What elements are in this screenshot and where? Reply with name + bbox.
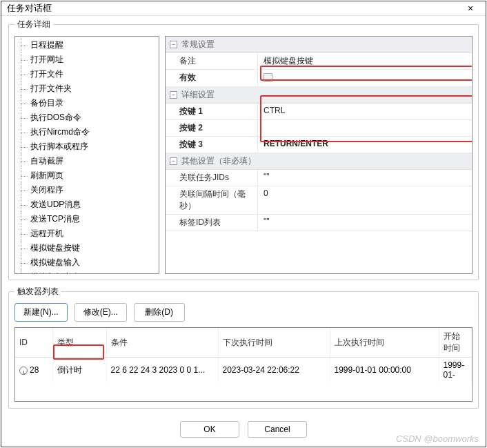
cell-cond: 22 6 22 24 3 2023 0 0 1... — [106, 358, 218, 383]
section-label: 详细设置 — [181, 89, 215, 101]
delete-trigger-button[interactable]: 删除(D) — [134, 303, 185, 322]
prop-label: 有效 — [166, 70, 258, 86]
col-start[interactable]: 开始时间 — [439, 328, 472, 358]
tree-item[interactable]: 打开文件 — [15, 67, 159, 81]
prop-row-jids[interactable]: 关联任务JIDs "" — [166, 170, 472, 186]
section-other[interactable]: − 其他设置（非必填） — [166, 153, 472, 170]
prop-label: 关联任务JIDs — [166, 170, 258, 186]
col-cond[interactable]: 条件 — [106, 328, 218, 358]
cell-last: 1999-01-01 00:00:00 — [330, 358, 439, 383]
tree-item[interactable]: 自动截屏 — [15, 154, 159, 168]
tree-item[interactable]: 打开网址 — [15, 52, 159, 67]
clock-icon — [19, 367, 28, 375]
cell-next: 2023-03-24 22:06:22 — [218, 358, 330, 383]
prop-label: 按键 2 — [166, 120, 258, 136]
tree-item[interactable]: 打开文件夹 — [15, 81, 159, 96]
prop-value[interactable]: 0 — [258, 186, 472, 214]
col-id[interactable]: ID — [15, 328, 52, 358]
prop-row-key3[interactable]: 按键 3 RETURN/ENTER — [166, 137, 472, 153]
checkbox-icon[interactable] — [264, 73, 272, 82]
col-next[interactable]: 下次执行时间 — [218, 328, 330, 358]
trigger-table[interactable]: ID 类型 条件 下次执行时间 上次执行时间 开始时间 28 倒计时 22 6 — [14, 327, 473, 402]
prop-value[interactable]: 模拟键盘按键 — [258, 53, 472, 69]
trigger-legend: 触发器列表 — [14, 286, 61, 298]
section-label: 其他设置（非必填） — [181, 155, 256, 167]
tree-item[interactable]: 模拟鼠标点击 — [15, 270, 159, 274]
section-label: 常规设置 — [181, 39, 215, 50]
task-detail-legend: 任务详细 — [14, 19, 53, 30]
trigger-header-row: ID 类型 条件 下次执行时间 上次执行时间 开始时间 — [15, 328, 472, 358]
tree-item[interactable]: 模拟键盘按键 — [15, 241, 159, 255]
cell-type: 倒计时 — [52, 358, 106, 383]
toggle-icon[interactable]: − — [170, 157, 177, 165]
prop-value[interactable]: RETURN/ENTER — [258, 137, 472, 153]
prop-value[interactable]: "" — [258, 215, 472, 231]
dialog-content: 任务详细 日程提醒 打开网址 打开文件 打开文件夹 备份目录 执行DOS命令 执… — [1, 16, 486, 448]
task-detail-group: 任务详细 日程提醒 打开网址 打开文件 打开文件夹 备份目录 执行DOS命令 执… — [8, 19, 479, 280]
tree-item[interactable]: 备份目录 — [15, 96, 159, 110]
trigger-group: 触发器列表 新建(N)... 修改(E)... 删除(D) ID 类型 条件 下… — [8, 286, 479, 409]
dialog-title: 任务对话框 — [7, 2, 461, 14]
tree-item[interactable]: 日程提醒 — [15, 38, 159, 52]
prop-row-valid[interactable]: 有效 — [166, 70, 472, 87]
close-icon[interactable]: × — [461, 1, 480, 15]
tree-item[interactable]: 执行DOS命令 — [15, 110, 159, 125]
prop-value[interactable]: "" — [258, 170, 472, 186]
prop-label: 关联间隔时间（毫秒） — [166, 186, 258, 214]
tree-item[interactable]: 关闭程序 — [15, 183, 159, 197]
prop-label: 标签ID列表 — [166, 215, 258, 231]
task-type-tree[interactable]: 日程提醒 打开网址 打开文件 打开文件夹 备份目录 执行DOS命令 执行Nirc… — [14, 36, 159, 274]
prop-row-key2[interactable]: 按键 2 — [166, 120, 472, 137]
title-bar: 任务对话框 × — [1, 1, 486, 16]
tree-item[interactable]: 发送UDP消息 — [15, 197, 159, 212]
prop-label: 备注 — [166, 53, 258, 69]
tree-item[interactable]: 模拟键盘输入 — [15, 255, 159, 270]
prop-row-labelids[interactable]: 标签ID列表 "" — [166, 215, 472, 231]
cancel-button[interactable]: Cancel — [248, 421, 307, 438]
section-detail[interactable]: − 详细设置 — [166, 87, 472, 104]
dialog-window: 任务对话框 × 任务详细 日程提醒 打开网址 打开文件 打开文件夹 备份目录 执… — [1, 1, 486, 447]
cell-id: 28 — [15, 358, 52, 383]
prop-row-key1[interactable]: 按键 1 CTRL — [166, 104, 472, 120]
col-last[interactable]: 上次执行时间 — [330, 328, 439, 358]
toggle-icon[interactable]: − — [170, 91, 177, 99]
tree-item[interactable]: 刷新网页 — [15, 168, 159, 183]
tree-item[interactable]: 远程开机 — [15, 226, 159, 241]
tree-item[interactable]: 执行脚本或程序 — [15, 139, 159, 154]
ok-button[interactable]: OK — [180, 421, 239, 438]
tree-item[interactable]: 发送TCP消息 — [15, 212, 159, 226]
prop-row-remark[interactable]: 备注 模拟键盘按键 — [166, 53, 472, 70]
prop-value-valid[interactable] — [258, 70, 472, 86]
cell-start: 1999-01- — [439, 358, 472, 383]
edit-trigger-button[interactable]: 修改(E)... — [74, 303, 127, 322]
col-type[interactable]: 类型 — [52, 328, 106, 358]
prop-value[interactable] — [258, 120, 472, 136]
property-grid: − 常规设置 备注 模拟键盘按键 有效 − 详细设置 — [165, 36, 473, 274]
prop-label: 按键 3 — [166, 137, 258, 153]
dialog-footer: OK Cancel — [8, 414, 479, 447]
toggle-icon[interactable]: − — [170, 41, 177, 48]
prop-row-interval[interactable]: 关联间隔时间（毫秒） 0 — [166, 186, 472, 215]
tree-item[interactable]: 执行Nircmd命令 — [15, 125, 159, 139]
new-trigger-button[interactable]: 新建(N)... — [14, 303, 68, 322]
prop-label: 按键 1 — [166, 104, 258, 119]
trigger-row[interactable]: 28 倒计时 22 6 22 24 3 2023 0 0 1... 2023-0… — [15, 358, 472, 383]
prop-value[interactable]: CTRL — [258, 104, 472, 119]
section-general[interactable]: − 常规设置 — [166, 37, 472, 53]
